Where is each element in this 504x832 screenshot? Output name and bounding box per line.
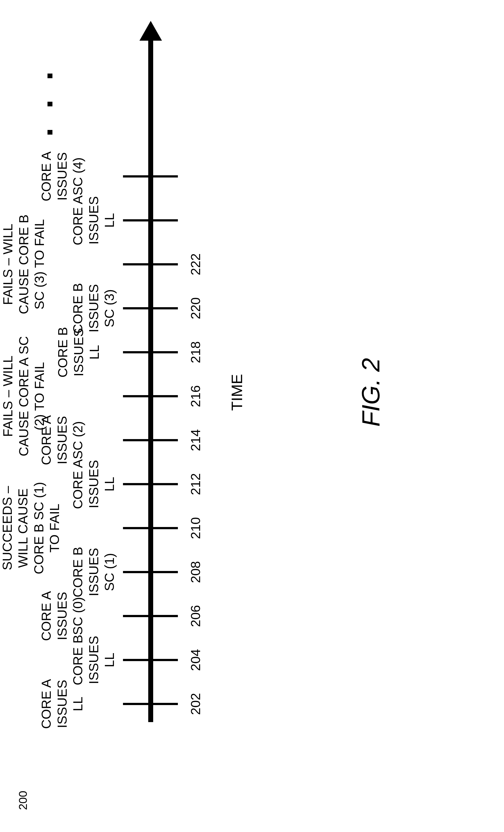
page-reference-number: 200 bbox=[17, 791, 30, 810]
diagram-stage: 200 202CORE AISSUESLL204CORE BISSUESLL20… bbox=[0, 0, 504, 832]
event-label: CORE BISSUESSC (1) bbox=[70, 547, 117, 597]
tick-mark bbox=[123, 703, 178, 705]
tick-mark bbox=[123, 263, 178, 265]
tick-mark bbox=[123, 219, 178, 222]
tick-mark bbox=[123, 307, 178, 309]
timeline-arrowhead bbox=[139, 21, 162, 41]
event-label: CORE AISSUESLL bbox=[70, 196, 117, 245]
tick-mark bbox=[123, 351, 178, 353]
event-label: CORE B SC (1)COMPLETES ANDFAILS – WILLCA… bbox=[0, 336, 48, 456]
tick-mark bbox=[123, 175, 178, 178]
event-label: CORE A SC (2)COMPLETES ANDFAILS – WILLCA… bbox=[0, 208, 48, 320]
timeline-axis bbox=[148, 41, 153, 722]
event-label: CORE A SC (0)SUCCEEDS –WILL CAUSECORE B … bbox=[0, 482, 63, 574]
tick-mark bbox=[123, 571, 178, 573]
tick-number: 212 bbox=[188, 473, 203, 495]
tick-mark bbox=[123, 439, 178, 441]
tick-number: 206 bbox=[188, 605, 203, 627]
event-label: CORE AISSUESSC (0) bbox=[38, 591, 86, 641]
tick-number: 214 bbox=[188, 429, 203, 451]
tick-mark bbox=[123, 615, 178, 617]
tick-mark bbox=[123, 395, 178, 397]
figure-label: FIG. 2 bbox=[357, 358, 385, 427]
axis-label: TIME bbox=[228, 374, 246, 411]
event-label: CORE BISSUESLL bbox=[55, 327, 103, 378]
event-label: CORE BISSUESLL bbox=[70, 635, 117, 685]
tick-mark bbox=[123, 527, 178, 529]
tick-number: 218 bbox=[188, 341, 203, 363]
event-label: CORE AISSUESLL bbox=[38, 679, 86, 729]
event-label: CORE BISSUESSC (3) bbox=[70, 283, 117, 334]
tick-mark bbox=[123, 483, 178, 485]
tick-number: 204 bbox=[188, 649, 203, 671]
tick-number: 208 bbox=[188, 561, 203, 583]
tick-number: 220 bbox=[188, 297, 203, 319]
tick-number: 202 bbox=[188, 693, 203, 715]
tick-mark bbox=[123, 659, 178, 661]
tick-number: 222 bbox=[188, 253, 203, 275]
tick-number: 210 bbox=[188, 517, 203, 539]
ellipsis: . . . bbox=[22, 66, 60, 137]
event-label: CORE AISSUESLL bbox=[70, 459, 117, 509]
page-root: 200 202CORE AISSUESLL204CORE BISSUESLL20… bbox=[0, 0, 504, 832]
tick-number: 216 bbox=[188, 385, 203, 407]
event-label: CORE AISSUESSC (4) bbox=[38, 151, 86, 201]
